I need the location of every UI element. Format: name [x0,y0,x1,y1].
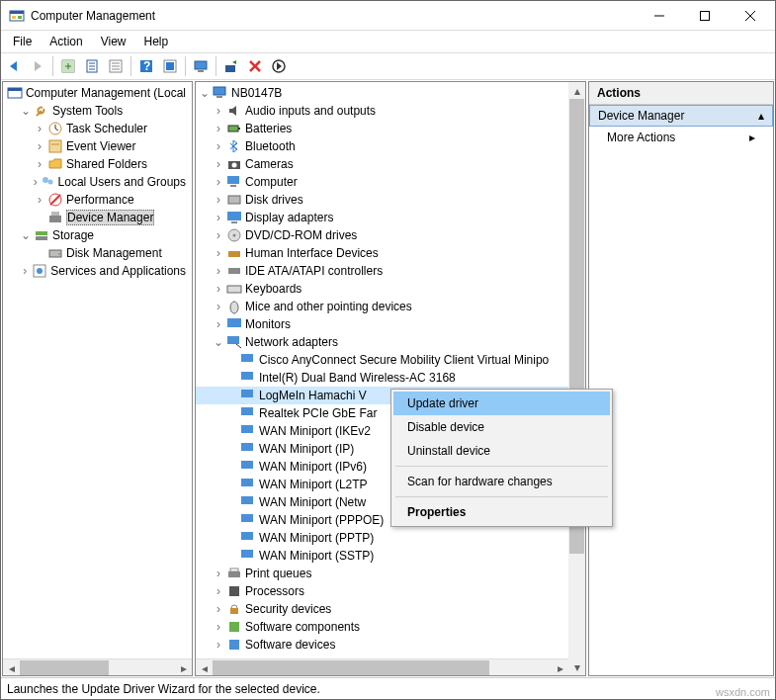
h-scrollbar[interactable]: ◂ ▸ [196,658,568,675]
close-button[interactable] [728,2,773,30]
ctx-uninstall-device[interactable]: Uninstall device [393,439,610,463]
scroll-down-icon[interactable]: ▾ [568,658,585,675]
chevron-right-icon[interactable]: › [212,282,225,296]
scroll-right-icon[interactable]: ▸ [175,659,192,676]
scroll-left-icon[interactable]: ◂ [196,659,213,676]
v-scrollbar[interactable]: ▴ ▾ [568,82,585,675]
dev-print[interactable]: ›Print queues [196,565,568,582]
dev-cameras[interactable]: ›Cameras [196,155,568,173]
chevron-right-icon[interactable]: › [33,139,46,153]
menu-action[interactable]: Action [42,33,90,50]
dev-dvd[interactable]: ›DVD/CD-ROM drives [196,226,568,244]
chevron-down-icon[interactable]: ⌄ [198,86,212,100]
tree-services-apps[interactable]: ›Services and Applications [3,262,192,280]
scroll-thumb[interactable] [213,660,489,675]
tree-local-users[interactable]: ›Local Users and Groups [3,173,192,191]
chevron-right-icon[interactable]: › [212,300,225,313]
scroll-thumb[interactable] [20,660,109,675]
console-tree[interactable]: Computer Management (Local ⌄System Tools… [2,81,193,676]
chevron-right-icon[interactable]: › [212,228,225,242]
chevron-right-icon[interactable]: › [212,175,225,189]
forward-button[interactable] [27,55,48,77]
dev-processors[interactable]: ›Processors [196,582,568,600]
dev-root[interactable]: ⌄NB0147B [196,84,568,102]
chevron-right-icon[interactable]: › [212,620,225,634]
chevron-down-icon[interactable]: ⌄ [19,228,33,242]
chevron-right-icon[interactable]: › [212,584,225,598]
chevron-right-icon[interactable]: › [212,567,225,580]
back-button[interactable] [3,55,25,77]
actions-more[interactable]: More Actions ▸ [589,127,773,148]
dev-disk[interactable]: ›Disk drives [196,191,568,209]
list-button[interactable] [105,55,127,77]
actions-devmgr[interactable]: Device Manager ▴ [589,105,773,127]
collapse-icon[interactable]: ▴ [758,109,764,123]
chevron-right-icon[interactable]: › [212,246,225,260]
dev-monitors[interactable]: ›Monitors [196,315,568,333]
menu-file[interactable]: File [5,33,40,50]
menu-view[interactable]: View [93,33,134,50]
ctx-disable-device[interactable]: Disable device [393,415,610,439]
computer-icon[interactable] [190,55,212,77]
dev-audio[interactable]: ›Audio inputs and outputs [196,102,568,120]
tree-system-tools[interactable]: ⌄System Tools [3,102,192,120]
chevron-right-icon[interactable]: › [212,157,225,171]
uninstall-button[interactable] [244,55,266,77]
chevron-right-icon[interactable]: › [212,317,225,331]
chevron-right-icon[interactable]: › [212,139,225,153]
tree-task-scheduler[interactable]: ›Task Scheduler [3,120,192,137]
enable-button[interactable] [268,55,290,77]
dev-computer[interactable]: ›Computer [196,173,568,191]
chevron-down-icon[interactable]: ⌄ [19,104,33,118]
net-wan-sstp[interactable]: WAN Miniport (SSTP) [196,547,568,565]
h-scrollbar[interactable]: ◂ ▸ [3,658,192,675]
scroll-right-icon[interactable]: ▸ [552,659,568,676]
ctx-scan-hardware[interactable]: Scan for hardware changes [393,470,610,493]
properties-button[interactable] [81,55,103,77]
chevron-right-icon[interactable]: › [19,264,31,278]
scroll-left-icon[interactable]: ◂ [3,659,20,676]
tree-device-manager[interactable]: Device Manager [3,209,192,226]
dev-security[interactable]: ›Security devices [196,600,568,618]
tree-performance[interactable]: ›Performance [3,191,192,209]
chevron-right-icon[interactable]: › [212,211,225,224]
dev-bluetooth[interactable]: ›Bluetooth [196,137,568,155]
action-button[interactable] [159,55,181,77]
chevron-right-icon[interactable]: › [212,104,225,118]
chevron-right-icon[interactable]: › [33,157,46,171]
chevron-right-icon[interactable]: › [212,264,225,278]
tree-disk-mgmt[interactable]: Disk Management [3,244,192,262]
dev-mice[interactable]: ›Mice and other pointing devices [196,298,568,315]
dev-ide[interactable]: ›IDE ATA/ATAPI controllers [196,262,568,280]
net-cisco[interactable]: Cisco AnyConnect Secure Mobility Client … [196,351,568,369]
dev-hid[interactable]: ›Human Interface Devices [196,244,568,262]
menu-help[interactable]: Help [136,33,177,50]
scan-hw-button[interactable] [220,55,242,77]
help-button[interactable]: ? [135,55,157,77]
ctx-update-driver[interactable]: Update driver [393,392,610,415]
chevron-right-icon[interactable]: › [33,193,46,207]
chevron-right-icon[interactable]: › [212,638,225,652]
chevron-right-icon[interactable]: › [212,193,225,207]
dev-softcomp[interactable]: ›Software components [196,618,568,636]
dev-batteries[interactable]: ›Batteries [196,120,568,137]
dev-network[interactable]: ⌄Network adapters [196,333,568,351]
tree-shared-folders[interactable]: ›Shared Folders [3,155,192,173]
tree-event-viewer[interactable]: ›Event Viewer [3,137,192,155]
scroll-up-icon[interactable]: ▴ [568,82,585,99]
net-intel[interactable]: Intel(R) Dual Band Wireless-AC 3168 [196,369,568,387]
dev-softdev[interactable]: ›Software devices [196,636,568,654]
chevron-down-icon[interactable] [5,86,6,100]
ctx-properties[interactable]: Properties [393,500,610,524]
chevron-right-icon[interactable]: › [33,175,39,189]
show-hide-tree-button[interactable] [57,55,79,77]
chevron-right-icon[interactable]: › [212,122,225,135]
chevron-right-icon[interactable]: › [33,122,46,135]
minimize-button[interactable] [637,2,682,30]
tree-root[interactable]: Computer Management (Local [3,84,192,102]
maximize-button[interactable] [682,2,728,30]
device-tree[interactable]: ⌄NB0147B ›Audio inputs and outputs ›Batt… [195,81,586,676]
dev-keyboards[interactable]: ›Keyboards [196,280,568,298]
net-wan-pptp[interactable]: WAN Miniport (PPTP) [196,529,568,547]
tree-storage[interactable]: ⌄Storage [3,226,192,244]
